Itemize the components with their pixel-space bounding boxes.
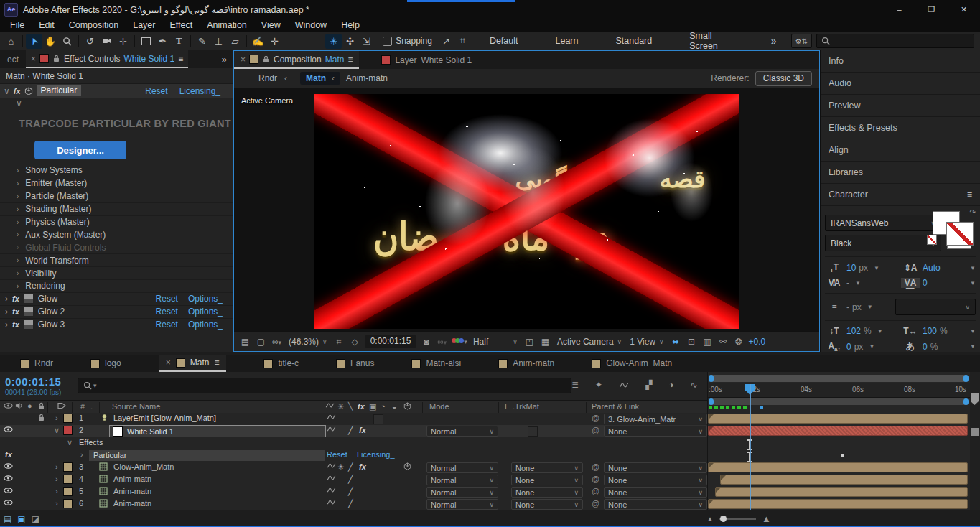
glow3-effect-row[interactable]: ›fx Glow 3 ResetOptions_ [0, 318, 233, 331]
trkmat-dropdown[interactable]: None∨ [511, 487, 583, 498]
tsume-value[interactable]: 0 [923, 342, 928, 352]
menu-window[interactable]: Window [288, 20, 334, 30]
quality-icon[interactable]: ╱ [348, 462, 353, 472]
menu-file[interactable]: File [3, 20, 32, 30]
region-of-interest-icon[interactable]: ◰ [523, 337, 536, 347]
glow2-effect-row[interactable]: ›fx Glow 2 ResetOptions_ [0, 305, 233, 318]
magnification-dropdown[interactable]: (46.3%)∨ [286, 337, 330, 347]
mode-dropdown[interactable]: Normal∨ [426, 475, 498, 485]
label-color-swatch[interactable] [63, 426, 73, 435]
expander-icon[interactable]: ∨ [67, 438, 73, 447]
dot-column[interactable]: . [90, 402, 93, 411]
mini-flowchart-icon[interactable]: ⚯ [717, 337, 729, 347]
camera-tool-icon[interactable] [98, 34, 115, 49]
restore-button[interactable]: ❐ [915, 0, 948, 19]
stroke-color-swatch[interactable] [946, 222, 974, 246]
view-count-dropdown[interactable]: 1 View∨ [627, 337, 666, 347]
rotate-tool-icon[interactable]: ↺ [82, 34, 98, 49]
reset-exposure-icon[interactable]: ❂ [733, 337, 745, 347]
menu-composition[interactable]: Composition [62, 20, 126, 30]
expander-icon[interactable]: ∨ [54, 426, 60, 435]
label-color-swatch[interactable] [63, 475, 73, 484]
stroke-style-select[interactable]: ∨ [895, 299, 976, 315]
brush-tool-icon[interactable]: ✎ [194, 34, 210, 49]
effects-group-label[interactable]: Effects [79, 438, 103, 447]
layer-name[interactable]: Glow-Anim_Matn [113, 462, 174, 471]
work-area-bar[interactable] [709, 398, 969, 405]
prop-rendering[interactable]: ›Rendering [0, 279, 233, 292]
time-navigator-bar[interactable] [709, 375, 969, 382]
tab-rndr[interactable]: Rndr [20, 355, 53, 372]
layer-name[interactable]: LayerEmit [Glow-Anim_Matn] [113, 414, 216, 422]
prop-emitter[interactable]: ›Emitter (Master) [0, 177, 233, 190]
trkmat-cell[interactable] [528, 426, 538, 437]
layer-bar-2[interactable] [708, 426, 968, 436]
parent-dropdown[interactable]: 3. Glow-Anim_Matr∨ [604, 414, 707, 424]
dropdown-arrow-icon[interactable]: ▼ [874, 265, 879, 271]
reset-link[interactable]: Reset [156, 320, 178, 330]
mode-dropdown[interactable]: Normal∨ [426, 426, 498, 437]
timeline-photo-icon[interactable]: ▥ [701, 337, 714, 347]
show-snapshot-icon[interactable]: ∞▾ [436, 337, 448, 347]
eye-icon[interactable] [4, 402, 13, 409]
fx-icon[interactable]: fx [359, 462, 366, 471]
mask-visibility-icon[interactable]: ◇ [349, 337, 361, 347]
dropdown-arrow-icon[interactable]: ▼ [877, 328, 883, 335]
trkmat-t-column[interactable]: T [503, 402, 508, 411]
label-color-swatch[interactable] [63, 499, 73, 508]
resolution-dropdown[interactable]: Half∨ [471, 337, 520, 347]
show-channel-icon[interactable]: ▾ [452, 338, 467, 345]
options-link[interactable]: Options_ [188, 294, 223, 304]
licensing-link[interactable]: Licensing_ [357, 450, 395, 459]
grid-guides-icon[interactable]: ⌗ [333, 337, 345, 347]
renderer-button[interactable]: Classic 3D [755, 71, 812, 86]
view-layout-camera-dropdown[interactable]: Active Camera∨ [555, 337, 624, 347]
menu-help[interactable]: Help [334, 20, 367, 30]
options-link[interactable]: Options_ [188, 307, 223, 317]
shy-icon[interactable] [327, 462, 336, 469]
close-button[interactable]: ✕ [948, 0, 980, 19]
home-icon[interactable]: ⌂ [3, 34, 19, 49]
close-tab-icon[interactable]: × [241, 55, 246, 65]
particular-label[interactable]: Particular [89, 450, 325, 461]
panel-libraries[interactable]: Libraries [821, 162, 980, 184]
timeline-search-input[interactable]: ▾ [78, 378, 571, 393]
effects-group-row[interactable]: ∨ Effects [0, 437, 707, 450]
type-tool-icon[interactable]: T [171, 34, 187, 49]
tab-title-c[interactable]: title-c [263, 355, 299, 372]
layer-row-4[interactable]: › 4 Anim-matn ╱ Normal∨ None∨ @ None∨ [0, 474, 707, 487]
pen-tool-icon[interactable]: ✒ [154, 34, 171, 49]
expander-icon[interactable]: › [55, 414, 58, 422]
dropdown-arrow-icon[interactable]: ▼ [867, 304, 873, 310]
twirl-icon[interactable]: ∨ [16, 98, 22, 108]
trkmat-dropdown[interactable]: None∨ [511, 499, 583, 510]
pixel-aspect-correction-icon[interactable]: ⬌ [670, 337, 682, 347]
label-color-swatch[interactable] [63, 414, 73, 423]
reset-link[interactable]: Reset [156, 307, 178, 317]
parent-pick-whip-icon[interactable]: @ [592, 475, 599, 483]
viewer-timecode[interactable]: 0:00:01:15 [365, 335, 417, 348]
hand-tool-icon[interactable]: ✋ [42, 34, 59, 49]
parent-pick-whip-icon[interactable]: @ [592, 499, 599, 508]
dropdown-arrow-icon[interactable]: ▼ [869, 343, 874, 350]
layer-bar-1[interactable] [708, 414, 968, 424]
hide-shy-layers-icon[interactable] [619, 380, 629, 390]
shy-icon[interactable] [327, 475, 336, 481]
exposure-value[interactable]: +0.0 [749, 337, 766, 347]
lock-icon[interactable] [37, 414, 45, 421]
licensing-link[interactable]: Licensing_ [179, 86, 220, 96]
menu-layer[interactable]: Layer [126, 20, 162, 30]
panel-info[interactable]: Info [821, 50, 980, 73]
expander-icon[interactable]: › [80, 450, 83, 459]
always-preview-icon[interactable]: ▤ [239, 337, 251, 347]
expander-icon[interactable]: › [55, 475, 58, 483]
trkmat-column[interactable]: .TrkMat [513, 402, 539, 411]
switch-cell[interactable] [373, 414, 383, 424]
quality-icon[interactable]: ╱ [348, 499, 353, 508]
eye-icon[interactable] [4, 475, 13, 482]
prop-world-transform[interactable]: ›World Transform [0, 253, 233, 266]
layer-name[interactable]: White Solid 1 [127, 427, 174, 436]
eye-icon[interactable] [4, 462, 13, 470]
stroke-width-value[interactable]: - [846, 302, 849, 312]
expand-transfer-controls-icon[interactable]: ▣ [17, 514, 25, 524]
